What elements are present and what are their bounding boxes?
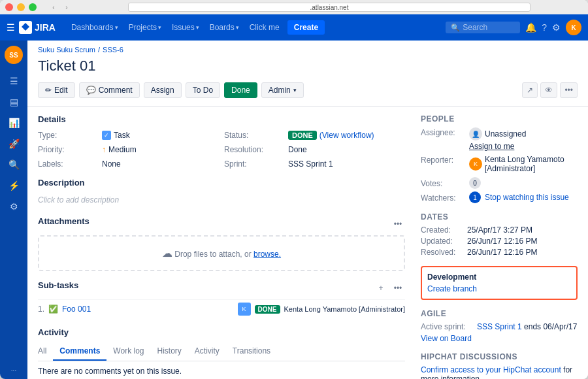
comment-button[interactable]: 💬 Comment <box>79 82 140 98</box>
nav-projects[interactable]: Projects ▾ <box>123 23 167 32</box>
task-type-icon: ✓ <box>102 131 111 140</box>
maximize-btn[interactable] <box>29 3 37 11</box>
tab-activity[interactable]: Activity <box>188 342 226 361</box>
back-arrow[interactable]: ‹ <box>48 2 59 12</box>
tab-history[interactable]: History <box>151 342 188 361</box>
sidebar-settings-icon[interactable]: ⚙ <box>5 197 23 216</box>
main-layout: SS ☰ ▤ 📊 🚀 🔍 ⚡ ⚙ ··· Suku Suku Scrum / S… <box>0 41 588 379</box>
updated-value: 26/Jun/17 12:16 PM <box>467 237 578 246</box>
description-placeholder[interactable]: Click to add description <box>38 193 405 207</box>
sidebar-issues-icon[interactable]: 🔍 <box>5 156 23 174</box>
subtask-row: 1. ✅ Foo 001 K DONE Kenta Long Yamamoto … <box>38 299 405 318</box>
url-text: .atlassian.net <box>310 4 349 11</box>
people-title: People <box>421 114 578 124</box>
nav-arrows: ‹ › <box>48 2 72 12</box>
subtasks-actions: + ••• <box>374 281 405 295</box>
top-navigation: ☰ JIRA Dashboards ▾ Projects ▾ Issues ▾ … <box>0 14 588 41</box>
breadcrumb-issue[interactable]: SSS-6 <box>103 46 123 54</box>
agile-sprint-link[interactable]: SSS Sprint 1 <box>477 322 522 331</box>
dates-grid: Created: 25/Apr/17 3:27 PM Updated: 26/J… <box>421 225 578 257</box>
minimize-btn[interactable] <box>17 3 25 11</box>
assignee-label: Assignee: <box>421 127 465 137</box>
add-subtask-button[interactable]: + <box>374 281 388 295</box>
watchers-badge: 1 <box>469 191 481 203</box>
nav-issues[interactable]: Issues ▾ <box>167 23 204 32</box>
tab-comments[interactable]: Comments <box>53 342 106 361</box>
page-title-row: Ticket 01 <box>27 56 588 80</box>
stop-watching-link[interactable]: Stop watching this issue <box>485 193 569 202</box>
help-icon[interactable]: ? <box>542 22 547 33</box>
create-branch-link[interactable]: Create branch <box>427 284 477 293</box>
subtasks-section: Sub-tasks + ••• 1. ✅ Foo 001 K <box>38 280 405 318</box>
votes-label: Votes: <box>421 178 465 188</box>
attachments-section: Attachments ••• ☁ Drop files to attach, … <box>38 216 405 271</box>
close-btn[interactable] <box>5 3 13 11</box>
jira-icon <box>19 21 32 34</box>
breadcrumb-project[interactable]: Suku Suku Scrum <box>38 46 95 54</box>
forward-arrow[interactable]: › <box>61 2 72 12</box>
drop-text: Drop files to attach, or <box>174 250 251 259</box>
done-button[interactable]: Done <box>224 82 257 98</box>
activity-tabs: All Comments Work log History Activity T… <box>38 342 405 361</box>
project-avatar[interactable]: SS <box>5 46 23 64</box>
sidebar-components-icon[interactable]: ⚡ <box>5 176 23 195</box>
todo-button[interactable]: To Do <box>186 82 220 98</box>
notifications-icon[interactable]: 🔔 <box>525 22 536 33</box>
assign-to-me-link[interactable]: Assign to me <box>469 142 526 151</box>
edit-icon: ✏ <box>45 86 52 95</box>
address-bar[interactable]: .atlassian.net <box>128 3 531 12</box>
create-button[interactable]: Create <box>287 20 325 35</box>
labels-value: None <box>102 158 219 170</box>
attachments-more-button[interactable]: ••• <box>391 217 405 231</box>
assign-button[interactable]: Assign <box>144 82 182 98</box>
subtasks-more-button[interactable]: ••• <box>391 281 405 295</box>
sidebar-board-icon[interactable]: ▤ <box>5 93 23 111</box>
tab-transitions[interactable]: Transitions <box>226 342 277 361</box>
admin-button[interactable]: Admin ▾ <box>261 82 304 98</box>
watchers-label: Watchers: <box>421 193 465 203</box>
drop-zone[interactable]: ☁ Drop files to attach, or browse. <box>38 235 405 271</box>
two-column-layout: Details Type: ✓ Task Status: DONE (View … <box>27 107 588 379</box>
user-avatar[interactable]: K <box>566 20 581 35</box>
hipchat-link[interactable]: Confirm access to your HipChat account <box>421 365 561 374</box>
view-workflow-link[interactable]: (View workflow) <box>319 131 374 140</box>
attachments-title: Attachments <box>38 216 90 226</box>
watchlist-button[interactable]: 👁 <box>540 82 557 98</box>
description-title: Description <box>38 178 405 188</box>
type-value: ✓ Task <box>102 129 219 141</box>
cloud-upload-icon: ☁ <box>162 248 172 259</box>
nav-dashboards[interactable]: Dashboards ▾ <box>66 23 123 32</box>
search-bar[interactable]: 🔍 <box>446 22 520 33</box>
share-button[interactable]: ↗ <box>522 82 538 98</box>
hipchat-text: Confirm access to your HipChat account f… <box>421 365 578 379</box>
created-label: Created: <box>421 225 465 235</box>
edit-button[interactable]: ✏ Edit <box>38 82 75 98</box>
hamburger-icon[interactable]: ☰ <box>7 22 15 33</box>
sidebar-more[interactable]: ··· <box>11 367 16 374</box>
subtask-status-badge: DONE <box>255 305 280 314</box>
nav-boards[interactable]: Boards ▾ <box>204 23 244 32</box>
type-label: Type: <box>38 129 97 141</box>
nav-clickme[interactable]: Click me <box>244 23 285 32</box>
browse-link[interactable]: browse. <box>253 250 281 259</box>
tab-worklog[interactable]: Work log <box>106 342 150 361</box>
settings-icon[interactable]: ⚙ <box>552 22 561 33</box>
hipchat-title: HipChat discussions <box>421 352 578 361</box>
subtask-link[interactable]: Foo 001 <box>62 305 91 314</box>
development-section: Development Create branch <box>421 266 578 300</box>
more-button[interactable]: ••• <box>560 82 578 98</box>
window-controls <box>5 3 37 11</box>
agile-sprint-row: Active sprint: SSS Sprint 1 ends 06/Apr/… <box>421 322 578 331</box>
description-section: Description Click to add description <box>38 178 405 207</box>
sidebar-reports-icon[interactable]: 📊 <box>5 114 23 132</box>
view-on-board-link[interactable]: View on Board <box>421 334 578 343</box>
sidebar-releases-icon[interactable]: 🚀 <box>5 135 23 153</box>
jira-logo[interactable]: JIRA <box>19 21 56 34</box>
status-label: Status: <box>224 129 283 141</box>
people-section: People Assignee: 👤 Unassigned Assign to … <box>421 114 578 203</box>
subtask-number: 1. <box>38 305 44 314</box>
sidebar-backlog-icon[interactable]: ☰ <box>5 72 23 90</box>
tab-all[interactable]: All <box>38 342 53 361</box>
details-grid: Type: ✓ Task Status: DONE (View workflow… <box>38 129 405 170</box>
search-input[interactable] <box>463 23 515 32</box>
